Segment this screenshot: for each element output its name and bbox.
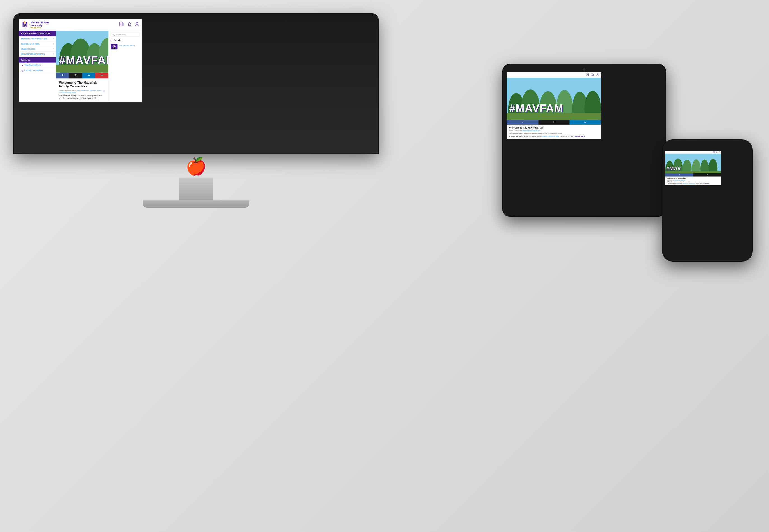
- sidebar-item-student-success[interactable]: Student Success ›: [19, 46, 56, 52]
- ipad-post-content: Welcome to The Maverick Fam Posted 1 min…: [507, 125, 601, 139]
- ipad-camera: [583, 68, 585, 71]
- ipad-share-facebook-button[interactable]: f: [507, 120, 538, 125]
- iphone-notch: [696, 144, 719, 149]
- calendar-day: 12: [112, 46, 116, 49]
- calendar-event-title[interactable]: Free Farmers Market: [119, 45, 135, 46]
- share-bar: f 𝕏 in ✉: [56, 73, 108, 78]
- star-icon: ★: [21, 64, 23, 66]
- compass-icon: ◎: [21, 69, 23, 72]
- share-facebook-button[interactable]: f: [56, 73, 69, 78]
- iphone-app: #MAV f 𝕏 Welcome to The Maverick Fa Post…: [665, 151, 721, 185]
- ipad-app: #MAVFAM f 𝕏 in Welcome to The Maverick F…: [507, 72, 601, 139]
- iphone-post-body: The Maverick Family Connection is design…: [667, 181, 720, 184]
- sidebar-action-favorite-label: View Favorite Posts: [24, 64, 41, 66]
- sidebar-item-financial-aid-label: Financial Aid & Scholarships: [21, 53, 45, 55]
- mavfam-text: #MAVFAM: [59, 54, 108, 66]
- svg-rect-32: [714, 151, 715, 152]
- main-content: #MAVFAM f 𝕏 in ✉ Welcome to T: [56, 31, 108, 102]
- right-panel: 🔍 Search Posts... Calendar SEP 12 Free F…: [108, 31, 142, 102]
- post-content: Welcome to The Maverick Family Connectio…: [56, 78, 108, 102]
- ipad-share-twitter-button[interactable]: 𝕏: [538, 120, 570, 125]
- iphone-hero: #MAV: [665, 154, 721, 173]
- bell-icon[interactable]: [127, 22, 131, 27]
- ipad-share-linkedin-button[interactable]: in: [570, 120, 601, 125]
- sidebar: Current Families Communities Minnesota S…: [19, 31, 56, 102]
- svg-point-19: [597, 73, 598, 74]
- iphone-bell-icon[interactable]: [716, 151, 717, 153]
- header-icons: [119, 22, 139, 27]
- post-meta-text: Posted 1 minute ago in Minnesota State M…: [59, 89, 103, 93]
- chevron-right-icon: ›: [53, 48, 54, 50]
- ipad-read-more-link[interactable]: read full article: [575, 136, 585, 137]
- sidebar-item-parent-family[interactable]: Parent & Family News ›: [19, 41, 56, 46]
- iphone-share-twitter-button[interactable]: 𝕏: [693, 173, 721, 177]
- iphone-post-meta-link1[interactable]: Minnesota State Mankato Ne: [675, 180, 685, 181]
- post-meta-link2[interactable]: Parent & Family News.: [59, 91, 76, 93]
- svg-rect-17: [587, 74, 588, 75]
- iphone-person-icon[interactable]: [719, 151, 720, 153]
- iphone-newspaper-icon[interactable]: [713, 151, 715, 153]
- ipad-bullet1: PERSONALIZE the advice, information, and…: [511, 135, 598, 137]
- chevron-right-icon: ›: [53, 38, 54, 40]
- iphone-screen: #MAV f 𝕏 Welcome to The Maverick Fa Post…: [665, 151, 749, 257]
- ipad-post-body: The Maverick Family Connection is design…: [509, 132, 598, 137]
- logo-flame-icon: 🔥: [23, 21, 26, 23]
- app-body: Current Families Communities Minnesota S…: [19, 31, 142, 102]
- ipad-mavfam-text: #MAVFAM: [509, 102, 563, 114]
- logo-line1: Minnesota State: [31, 21, 49, 24]
- sidebar-section2-title: I'd like to...: [19, 57, 56, 62]
- ipad-newspaper-icon[interactable]: [586, 73, 589, 76]
- post-meta-sep: ,: [101, 89, 102, 91]
- sidebar-action-discover[interactable]: ◎ Discover Communities: [19, 68, 56, 73]
- sidebar-item-student-success-label: Student Success: [21, 48, 35, 50]
- ipad-bell-icon[interactable]: [591, 73, 594, 76]
- ipad-share-bar: f 𝕏 in: [507, 120, 601, 125]
- iphone-discover-link[interactable]: Discover Communities page: [684, 183, 695, 184]
- ipad-discover-link[interactable]: Discover Communities page: [541, 136, 559, 137]
- iphone-read-more-link[interactable]: read full article: [703, 183, 709, 184]
- imac-stand-base: [143, 200, 249, 208]
- share-twitter-button[interactable]: 𝕏: [69, 73, 82, 78]
- sidebar-action-discover-label: Discover Communities: [24, 69, 43, 72]
- post-meta-link1[interactable]: Minnesota State Mankato News: [77, 89, 101, 91]
- sidebar-item-mn-news-label: Minnesota State Mankato News: [21, 38, 47, 40]
- iphone-share-facebook-button[interactable]: f: [665, 173, 693, 177]
- post-body: The Maverick Family Connection is design…: [59, 94, 105, 100]
- scene: M 🔥 Minnesota State University MANKATO: [0, 0, 769, 532]
- iphone-share-bar: f 𝕏: [665, 173, 721, 177]
- newspaper-icon[interactable]: [119, 22, 124, 27]
- sidebar-action-favorite[interactable]: ★ View Favorite Posts: [19, 62, 56, 68]
- person-icon[interactable]: [135, 22, 139, 27]
- svg-rect-41: [665, 171, 721, 174]
- ipad-post-meta-link1[interactable]: Minnesota State Mankato New: [523, 130, 540, 132]
- ipad-hero: #MAVFAM: [507, 78, 601, 120]
- svg-rect-4: [123, 23, 123, 26]
- search-bar[interactable]: 🔍 Search Posts...: [111, 33, 140, 37]
- calendar-title: Calendar: [111, 39, 140, 42]
- sidebar-item-mn-news[interactable]: Minnesota State Mankato News ›: [19, 36, 56, 41]
- logo-text-area: Minnesota State University MANKATO: [31, 21, 49, 29]
- ipad-screen: #MAVFAM f 𝕏 in Welcome to The Maverick F…: [507, 72, 661, 212]
- share-linkedin-button[interactable]: in: [82, 73, 95, 78]
- imac-device: M 🔥 Minnesota State University MANKATO: [14, 14, 378, 208]
- ipad-bezel: #MAVFAM f 𝕏 in Welcome to The Maverick F…: [503, 64, 665, 216]
- iphone-post-title: Welcome to The Maverick Fa: [667, 178, 720, 179]
- ipad-post-title: Welcome to The Maverick Fam: [509, 127, 598, 129]
- svg-rect-18: [589, 74, 589, 75]
- imac-screen: M 🔥 Minnesota State University MANKATO: [19, 19, 373, 137]
- sidebar-section1-title: Current Families Communities: [19, 31, 56, 36]
- svg-rect-1: [120, 23, 122, 23]
- svg-point-5: [136, 23, 138, 25]
- sidebar-item-financial-aid[interactable]: Financial Aid & Scholarships ›: [19, 52, 56, 57]
- calendar-date-box: SEP 12: [111, 44, 117, 49]
- iphone-device: #MAV f 𝕏 Welcome to The Maverick Fa Post…: [663, 140, 752, 261]
- share-email-button[interactable]: ✉: [95, 73, 108, 78]
- ipad-person-icon[interactable]: [596, 73, 599, 76]
- svg-rect-3: [120, 24, 121, 24]
- post-favorite-icon[interactable]: ☆: [103, 89, 105, 93]
- chevron-right-icon: ›: [53, 53, 54, 55]
- post-meta: Posted 1 minute ago in Minnesota State M…: [59, 89, 105, 93]
- apple-logo: 🍎: [14, 153, 378, 178]
- logo-line3: MANKATO: [31, 27, 49, 29]
- iphone-mavfam-text: #MAV: [667, 165, 681, 171]
